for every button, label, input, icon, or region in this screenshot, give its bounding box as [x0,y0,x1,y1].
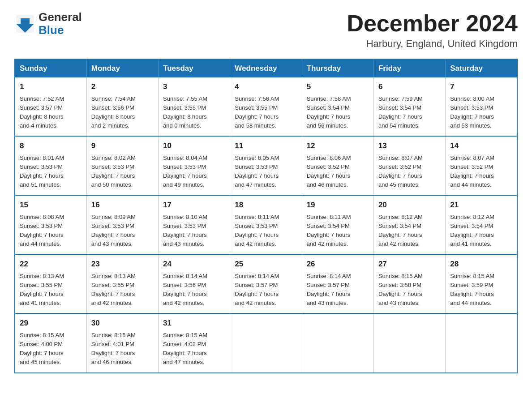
calendar-day-cell: 25Sunrise: 8:14 AMSunset: 3:57 PMDayligh… [230,254,302,313]
col-friday: Friday [373,59,445,77]
calendar-week-row: 29Sunrise: 8:15 AMSunset: 4:00 PMDayligh… [15,313,517,372]
day-number: 14 [450,140,512,152]
day-info: Sunrise: 8:15 AMSunset: 3:58 PMDaylight:… [378,272,441,308]
calendar-week-row: 22Sunrise: 8:13 AMSunset: 3:55 PMDayligh… [15,254,517,313]
calendar-day-cell [230,313,302,372]
day-number: 23 [91,258,154,270]
day-number: 28 [450,258,512,270]
day-info: Sunrise: 8:15 AMSunset: 3:59 PMDaylight:… [450,272,512,308]
calendar-day-cell: 16Sunrise: 8:09 AMSunset: 3:53 PMDayligh… [86,195,158,254]
day-info: Sunrise: 8:15 AMSunset: 4:01 PMDaylight:… [91,331,154,367]
day-info: Sunrise: 8:07 AMSunset: 3:52 PMDaylight:… [378,154,441,190]
day-number: 5 [307,81,369,93]
day-number: 30 [91,317,154,329]
day-info: Sunrise: 8:06 AMSunset: 3:52 PMDaylight:… [307,154,369,190]
day-number: 8 [20,140,82,152]
calendar-day-cell: 19Sunrise: 8:11 AMSunset: 3:54 PMDayligh… [302,195,373,254]
day-number: 26 [307,258,369,270]
day-number: 10 [163,140,225,152]
day-info: Sunrise: 7:55 AMSunset: 3:55 PMDaylight:… [163,94,225,131]
day-info: Sunrise: 8:14 AMSunset: 3:56 PMDaylight:… [163,272,225,308]
calendar-day-cell: 5Sunrise: 7:58 AMSunset: 3:54 PMDaylight… [302,77,373,136]
day-number: 15 [20,199,82,211]
calendar-day-cell: 23Sunrise: 8:13 AMSunset: 3:55 PMDayligh… [86,254,158,313]
day-info: Sunrise: 8:15 AMSunset: 4:00 PMDaylight:… [20,331,82,367]
month-title: December 2024 [347,11,518,36]
calendar-day-cell: 6Sunrise: 7:59 AMSunset: 3:54 PMDaylight… [373,77,445,136]
day-info: Sunrise: 7:52 AMSunset: 3:57 PMDaylight:… [20,94,82,131]
day-number: 17 [163,199,225,211]
calendar-day-cell: 8Sunrise: 8:01 AMSunset: 3:53 PMDaylight… [15,136,86,195]
calendar-day-cell: 13Sunrise: 8:07 AMSunset: 3:52 PMDayligh… [373,136,445,195]
day-info: Sunrise: 8:08 AMSunset: 3:53 PMDaylight:… [20,213,82,249]
day-number: 22 [20,258,82,270]
day-info: Sunrise: 8:07 AMSunset: 3:52 PMDaylight:… [450,154,512,190]
calendar-day-cell: 28Sunrise: 8:15 AMSunset: 3:59 PMDayligh… [446,254,517,313]
day-number: 25 [235,258,297,270]
day-number: 19 [307,199,369,211]
day-info: Sunrise: 8:13 AMSunset: 3:55 PMDaylight:… [91,272,154,308]
day-info: Sunrise: 8:09 AMSunset: 3:53 PMDaylight:… [91,213,154,249]
calendar-day-cell: 22Sunrise: 8:13 AMSunset: 3:55 PMDayligh… [15,254,86,313]
calendar-day-cell: 12Sunrise: 8:06 AMSunset: 3:52 PMDayligh… [302,136,373,195]
day-info: Sunrise: 7:56 AMSunset: 3:55 PMDaylight:… [235,94,297,131]
page-header: General Blue December 2024 Harbury, Engl… [14,11,518,50]
day-info: Sunrise: 8:14 AMSunset: 3:57 PMDaylight:… [307,272,369,308]
day-number: 6 [378,81,441,93]
day-number: 12 [307,140,369,152]
logo: General Blue [14,11,82,36]
logo-icon [14,13,36,34]
day-number: 7 [450,81,512,93]
col-saturday: Saturday [446,59,517,77]
logo-blue: Blue [39,24,82,37]
calendar-day-cell [446,313,517,372]
day-number: 21 [450,199,512,211]
calendar-day-cell [373,313,445,372]
calendar-day-cell: 21Sunrise: 8:12 AMSunset: 3:54 PMDayligh… [446,195,517,254]
calendar-day-cell: 7Sunrise: 8:00 AMSunset: 3:53 PMDaylight… [446,77,517,136]
day-info: Sunrise: 8:15 AMSunset: 4:02 PMDaylight:… [163,331,225,367]
day-info: Sunrise: 8:04 AMSunset: 3:53 PMDaylight:… [163,154,225,190]
day-number: 20 [378,199,441,211]
title-area: December 2024 Harbury, England, United K… [347,11,518,50]
day-info: Sunrise: 7:59 AMSunset: 3:54 PMDaylight:… [378,94,441,131]
day-number: 4 [235,81,297,93]
day-info: Sunrise: 8:02 AMSunset: 3:53 PMDaylight:… [91,154,154,190]
calendar-day-cell: 14Sunrise: 8:07 AMSunset: 3:52 PMDayligh… [446,136,517,195]
calendar-day-cell: 11Sunrise: 8:05 AMSunset: 3:53 PMDayligh… [230,136,302,195]
calendar-day-cell [302,313,373,372]
day-info: Sunrise: 8:12 AMSunset: 3:54 PMDaylight:… [378,213,441,249]
calendar-day-cell: 26Sunrise: 8:14 AMSunset: 3:57 PMDayligh… [302,254,373,313]
calendar-day-cell: 20Sunrise: 8:12 AMSunset: 3:54 PMDayligh… [373,195,445,254]
day-info: Sunrise: 8:00 AMSunset: 3:53 PMDaylight:… [450,94,512,131]
day-number: 31 [163,317,225,329]
calendar-week-row: 15Sunrise: 8:08 AMSunset: 3:53 PMDayligh… [15,195,517,254]
day-number: 13 [378,140,441,152]
day-info: Sunrise: 8:01 AMSunset: 3:53 PMDaylight:… [20,154,82,190]
calendar-day-cell: 18Sunrise: 8:11 AMSunset: 3:53 PMDayligh… [230,195,302,254]
day-info: Sunrise: 8:12 AMSunset: 3:54 PMDaylight:… [450,213,512,249]
calendar-day-cell: 10Sunrise: 8:04 AMSunset: 3:53 PMDayligh… [159,136,230,195]
day-number: 27 [378,258,441,270]
day-number: 16 [91,199,154,211]
day-number: 3 [163,81,225,93]
day-number: 2 [91,81,154,93]
day-number: 18 [235,199,297,211]
calendar-day-cell: 27Sunrise: 8:15 AMSunset: 3:58 PMDayligh… [373,254,445,313]
logo-general: General [39,11,82,24]
day-number: 24 [163,258,225,270]
calendar-day-cell: 15Sunrise: 8:08 AMSunset: 3:53 PMDayligh… [15,195,86,254]
calendar-day-cell: 29Sunrise: 8:15 AMSunset: 4:00 PMDayligh… [15,313,86,372]
calendar-day-cell: 3Sunrise: 7:55 AMSunset: 3:55 PMDaylight… [159,77,230,136]
col-wednesday: Wednesday [230,59,302,77]
calendar-week-row: 8Sunrise: 8:01 AMSunset: 3:53 PMDaylight… [15,136,517,195]
day-info: Sunrise: 7:54 AMSunset: 3:56 PMDaylight:… [91,94,154,131]
day-info: Sunrise: 7:58 AMSunset: 3:54 PMDaylight:… [307,94,369,131]
day-info: Sunrise: 8:05 AMSunset: 3:53 PMDaylight:… [235,154,297,190]
day-number: 1 [20,81,82,93]
calendar-day-cell: 4Sunrise: 7:56 AMSunset: 3:55 PMDaylight… [230,77,302,136]
col-monday: Monday [86,59,158,77]
col-tuesday: Tuesday [159,59,230,77]
day-info: Sunrise: 8:11 AMSunset: 3:53 PMDaylight:… [235,213,297,249]
day-number: 9 [91,140,154,152]
